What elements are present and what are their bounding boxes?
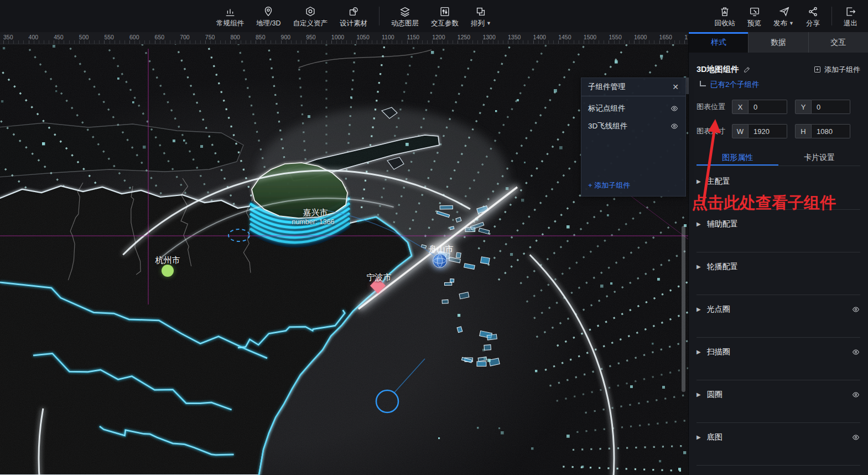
toolbar-design-material[interactable]: 设计素材 [334,3,373,29]
edit-pencil-icon[interactable] [743,65,751,74]
ruler-label: 800 [230,34,240,40]
toolbar-icon [399,6,411,18]
children-count-link[interactable]: 已有2个子组件 [700,80,860,90]
section-aux-config[interactable]: ▶ 辅助配置 [697,210,860,252]
horizontal-ruler[interactable]: 350 400 450 500 550 600 650 700 750 800 … [0,32,688,44]
toolbar-right-group: 回收站 预览 发布 ▼ [709,3,864,29]
toolbar-item-label: 常规组件 [216,20,244,27]
ruler-label: 900 [281,34,291,40]
expand-arrow-icon: ▶ [697,264,701,270]
zhoushan-marker[interactable] [433,254,447,268]
toolbar-share[interactable]: 分享 [800,3,826,29]
tree-corner [700,81,706,86]
ruler-ticks [3,40,688,44]
config-section-label: 圆圈 [707,390,723,400]
add-subcomponent-label: 添加子组件 [824,65,860,75]
tab-data[interactable]: 数据 [748,32,808,53]
subcomponent-3d-flyline[interactable]: 3D飞线组件 [588,117,679,135]
close-icon[interactable]: ✕ [672,82,679,91]
top-toolbar: 常规组件 地理/3D 自定义资产 [0,0,868,32]
visibility-eye-icon[interactable] [851,390,860,399]
expand-arrow-icon: ▶ [697,349,701,355]
toolbar-item-label: 排列 [471,20,485,27]
subcomponent-list: 标记点组件 3D飞线组件 [581,96,685,138]
field-value-input[interactable]: 0 [749,100,787,114]
tab-interact[interactable]: 交互 [808,32,868,53]
field-value-input[interactable]: 0 [812,100,850,114]
ruler-label: 1350 [508,34,521,40]
add-subcomponent-button[interactable]: 添加子组件 [813,65,860,75]
toolbar-divider [831,7,832,25]
ruler-label: 1000 [331,34,344,40]
ruler-label: 1050 [356,34,369,40]
toolbar-exit[interactable]: 退出 [838,3,864,29]
toolbar-geo-3d[interactable]: 地理/3D [250,3,287,29]
ruler-label: 350 [3,34,13,40]
section-light-dot-ring[interactable]: ▶ 光点圈 [697,295,860,338]
toolbar-left-group: 常规组件 地理/3D 自定义资产 [210,3,497,29]
visibility-eye-icon[interactable] [851,433,860,442]
toolbar-item-label: 分享 [806,20,820,27]
ruler-label: 450 [54,34,64,40]
toolbar-recycle-bin[interactable]: 回收站 [709,3,742,29]
subtab-graphic-props[interactable]: 图形属性 [697,149,778,166]
chart-size-label: 图表尺寸 [697,126,732,136]
section-main-config[interactable]: ▶ 主配置 [697,167,860,210]
ruler-label: 750 [205,34,215,40]
hangzhou-marker[interactable] [162,265,174,277]
toolbar-custom-assets[interactable]: 自定义资产 [287,3,334,29]
property-subtab-bar: 图形属性 卡片设置 [697,149,860,166]
toolbar-interact-params[interactable]: 交互参数 [425,3,465,29]
toolbar-item-label: 地理/3D [256,20,280,27]
label-jiaxing: 嘉兴市 [303,208,328,218]
field-value-input[interactable]: 1080 [812,124,850,138]
visibility-eye-icon[interactable] [851,348,860,357]
ruler-label: 1400 [533,34,546,40]
panel-tab-bar: 样式 数据 交互 [689,32,868,53]
section-circle[interactable]: ▶ 圆圈 [697,380,860,423]
label-zhoushan: 舟山市 [429,244,454,255]
position-fields: X 0 Y 0 [732,100,850,114]
panel-tab-label: 交互 [830,38,846,48]
ruler-label: 950 [306,34,316,40]
canvas-vertical-scrollbar[interactable] [682,226,685,392]
subcomponent-panel-header[interactable]: 子组件管理 ✕ [581,78,685,96]
toolbar-item-label: 动态图层 [391,20,419,27]
toolbar-arrange[interactable]: 排列 ▼ [465,3,497,29]
ruler-label: 1100 [382,34,394,40]
section-carousel-config[interactable]: ▶ 轮播配置 [697,252,860,295]
ruler-label: 1550 [609,34,621,40]
toolbar-publish[interactable]: 发布 ▼ [767,3,800,29]
ruler-label: 1250 [458,34,470,40]
label-ningbo: 宁波市 [367,272,392,283]
ruler-label: 650 [155,34,165,40]
ruler-label: 1500 [584,34,596,40]
field-value-input[interactable]: 1920 [749,124,787,138]
subcomponent-marker-point[interactable]: 标记点组件 [588,100,679,117]
size-field: H 1080 [795,124,850,138]
visibility-eye-icon[interactable] [670,104,679,113]
toolbar-icon [262,6,274,18]
add-subcomponent-link[interactable]: + 添加子组件 [588,180,630,190]
tab-style[interactable]: 样式 [689,32,748,53]
property-subtab-label: 卡片设置 [804,153,835,163]
config-section-label: 扫描圈 [707,347,730,357]
toolbar-icon [475,6,487,18]
toolbar-item-label: 交互参数 [431,20,459,27]
ruler-label: 1300 [482,34,495,40]
toolbar-regular-components[interactable]: 常规组件 [210,3,250,29]
subtab-card-settings[interactable]: 卡片设置 [778,149,860,166]
subcomponent-item-label: 标记点组件 [588,104,670,113]
visibility-eye-icon[interactable] [851,305,860,314]
field-key: X [732,100,749,114]
section-base-map[interactable]: ▶ 底图 [697,423,860,466]
panel-tab-label: 样式 [711,38,726,48]
ruler-label: 1450 [558,34,571,40]
ruler-label: 550 [104,34,114,40]
section-scan-ring[interactable]: ▶ 扫描圈 [697,338,860,380]
subcomponent-item-label: 3D飞线组件 [588,121,670,131]
toolbar-dynamic-layers[interactable]: 动态图层 [385,3,425,29]
visibility-eye-icon[interactable] [670,122,679,131]
component-title: 3D地图组件 [697,64,739,75]
toolbar-preview[interactable]: 预览 [741,3,767,29]
